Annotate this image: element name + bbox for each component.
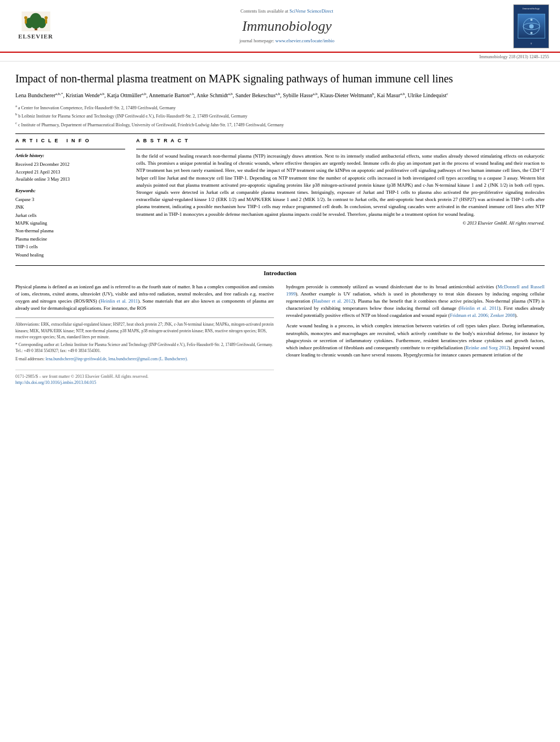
intro-para-right-1: hydrogen peroxide is commonly utilized a… — [286, 283, 545, 320]
svg-point-4 — [37, 18, 46, 29]
keyword-1: Caspase 3 — [15, 196, 125, 203]
affiliation-a: a a Center for Innovation Competence, Fe… — [15, 103, 545, 111]
article-info-abstract: A R T I C L E I N F O Article history: R… — [15, 137, 545, 259]
ref-heinlin-2011[interactable]: Heinlin et al. 2011 — [100, 298, 138, 304]
ref-mcdonnell-1999[interactable]: McDonnell and Russell 1999 — [286, 284, 545, 297]
ref-reinke-2012[interactable]: Reinke and Sorg 2012 — [466, 345, 509, 350]
section-divider-info — [15, 149, 125, 149]
footnotes: Abbreviations: ERK, extracellular signal… — [15, 317, 274, 362]
keyword-5: Non-thermal plasma — [15, 227, 125, 235]
available-date: Available online 3 May 2013 — [15, 176, 125, 183]
intro-para-1: Physical plasma is defined as an ionized… — [15, 283, 274, 313]
svg-point-11 — [529, 24, 534, 29]
svg-rect-6 — [25, 20, 27, 24]
journal-center: Contents lists available at SciVerse Sci… — [60, 8, 513, 44]
corresponding-note: * Corresponding author at: Leibniz Insti… — [15, 342, 274, 354]
sciverse-text: Contents lists available at — [240, 8, 288, 14]
svg-point-7 — [44, 16, 48, 20]
elsevier-label: ELSEVIER — [18, 32, 53, 41]
ref-heinlin-2011b[interactable]: Heinlin et al. 2011 — [460, 305, 499, 311]
section-divider-1 — [15, 133, 545, 134]
abstract-text: In the field of wound healing research n… — [136, 153, 545, 218]
abstract-header: A B S T R A C T — [136, 137, 545, 144]
received-date: Received 23 December 2012 — [15, 161, 125, 169]
email-note: E-mail addresses: lena.bundscherer@inp-g… — [15, 356, 274, 362]
svg-point-5 — [24, 16, 27, 20]
ref-fridman-2006[interactable]: Fridman et al. 2006; Zenker 2008 — [450, 313, 515, 318]
section-divider-2 — [15, 265, 545, 266]
keyword-6: Plasma medicine — [15, 235, 125, 243]
email-link-1[interactable]: lena.bundscherer@inp-greifswald.de, — [46, 356, 108, 361]
article-body: Impact of non-thermal plasma treatment o… — [0, 62, 560, 395]
ref-haubner-2012[interactable]: Haubner et al. 2012 — [313, 298, 353, 304]
email-link-2[interactable]: lena.bundscherer@gmail.com (L. Bundscher… — [108, 356, 188, 361]
homepage-text: journal homepage: — [239, 38, 275, 43]
introduction-heading: Introduction — [15, 269, 545, 277]
section-divider-abstract — [136, 149, 545, 149]
keyword-4: MAPK signaling — [15, 219, 125, 227]
info-dates: Received 23 December 2012 Accepted 21 Ap… — [15, 161, 125, 183]
keywords-list: Caspase 3 JNK Jurkat cells MAPK signalin… — [15, 196, 125, 259]
svg-rect-8 — [45, 20, 47, 24]
journal-header: ELSEVIER Contents lists available at Sci… — [0, 0, 560, 53]
keyword-3: Jurkat cells — [15, 211, 125, 219]
doi-link[interactable]: http://dx.doi.org/10.1016/j.imbio.2013.0… — [15, 380, 96, 385]
body-two-col: Physical plasma is defined as an ionized… — [15, 283, 545, 386]
keyword-2: JNK — [15, 203, 125, 211]
elsevier-logo: ELSEVIER — [11, 12, 60, 42]
copyright-line: © 2013 Elsevier GmbH. All rights reserve… — [136, 220, 545, 227]
authors-line: Lena Bundscherera,b,*, Kristian Wendea,b… — [15, 91, 545, 99]
keyword-7: THP-1 cells — [15, 243, 125, 250]
svg-point-13 — [530, 32, 533, 34]
affiliation-b: b b Leibniz Institute for Plasma Science… — [15, 111, 545, 120]
article-info-header: A R T I C L E I N F O — [15, 137, 125, 144]
history-label: Article history: — [15, 153, 125, 159]
affiliations: a a Center for Innovation Competence, Fe… — [15, 103, 545, 129]
article-title: Impact of non-thermal plasma treatment o… — [15, 71, 545, 86]
sciverse-line: Contents lists available at SciVerse Sci… — [71, 8, 502, 15]
body-right: hydrogen peroxide is commonly utilized a… — [286, 283, 545, 386]
keywords-label: Keywords: — [15, 188, 125, 194]
issn-text: Immunobiology 218 (2013) 1248–1255 — [479, 54, 549, 59]
article-info-col: A R T I C L E I N F O Article history: R… — [15, 137, 125, 259]
abbreviations-note: Abbreviations: ERK, extracellular signal… — [15, 321, 274, 340]
footer-bar: 0171-2985/$ – see front matter © 2013 El… — [15, 370, 274, 386]
abstract-col: A B S T R A C T In the field of wound he… — [136, 137, 545, 259]
keyword-8: Wound healing — [15, 251, 125, 259]
journal-cover: Immunobiology 7 — [513, 4, 549, 48]
homepage-link[interactable]: www.elsevier.com/locate/imbio — [276, 38, 335, 43]
journal-title: Immunobiology — [71, 16, 502, 36]
issn-bar: Immunobiology 218 (2013) 1248–1255 — [0, 53, 560, 62]
journal-homepage: journal homepage: www.elsevier.com/locat… — [71, 38, 502, 44]
intro-para-right-2: Acute wound healing is a process, in whi… — [286, 322, 545, 359]
sciverse-link[interactable]: SciVerse ScienceDirect — [289, 8, 333, 14]
affiliation-c: c c Institute of Pharmacy, Department of… — [15, 120, 545, 129]
accepted-date: Accepted 21 April 2013 — [15, 169, 125, 176]
page: ELSEVIER Contents lists available at Sci… — [0, 0, 560, 742]
license-text: 0171-2985/$ – see front matter © 2013 El… — [15, 373, 274, 380]
body-left: Physical plasma is defined as an ionized… — [15, 283, 274, 386]
svg-point-12 — [530, 19, 533, 21]
